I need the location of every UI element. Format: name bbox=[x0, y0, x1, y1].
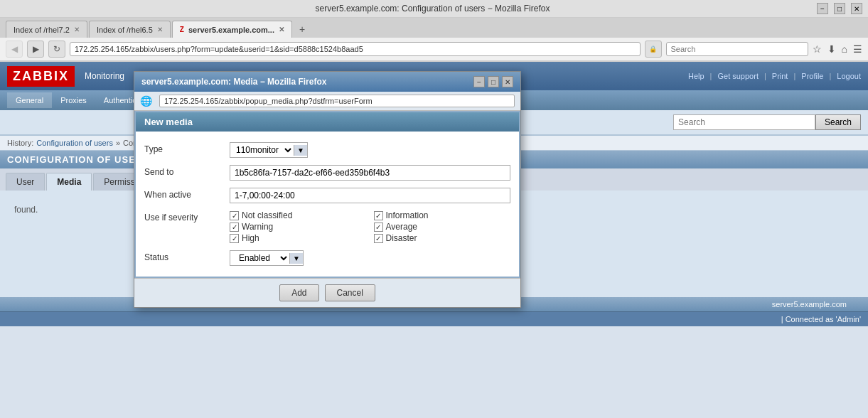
dropdown-arrow-icon[interactable]: ▼ bbox=[294, 145, 307, 156]
severity-average-label: Average bbox=[386, 222, 417, 232]
checkbox-disaster[interactable] bbox=[374, 234, 383, 243]
checkbox-average[interactable] bbox=[374, 223, 383, 232]
nav-icons: ☆ ⬇ ⌂ ☰ bbox=[813, 43, 862, 55]
no-data-found: found. bbox=[14, 205, 38, 215]
severity-warning-label: Warning bbox=[242, 222, 273, 232]
when-active-field bbox=[230, 188, 510, 203]
status-label: Status bbox=[144, 250, 230, 262]
refresh-button[interactable]: ↻ bbox=[48, 41, 65, 58]
server-name: server5.example.com bbox=[772, 300, 847, 309]
cancel-button[interactable]: Cancel bbox=[325, 284, 375, 301]
severity-disaster-label: Disaster bbox=[386, 233, 417, 243]
favicon: Z bbox=[180, 26, 184, 33]
browser-tabs: Index of /rhel7.2 ✕ Index of /rhel6.5 ✕ … bbox=[0, 18, 868, 38]
nav-bar: ◀ ▶ ↻ 🔒 ☆ ⬇ ⌂ ☰ bbox=[0, 38, 868, 61]
checkbox-information[interactable] bbox=[374, 211, 383, 220]
send-to-input[interactable] bbox=[230, 165, 510, 181]
form-row-type: Type 110monitor ▼ bbox=[136, 139, 519, 161]
form-row-when-active: When active bbox=[136, 184, 519, 207]
tab-close-icon[interactable]: ✕ bbox=[279, 26, 284, 33]
tab-label: Index of /rhel6.5 bbox=[97, 26, 153, 34]
connected-as-text: | Connected as 'Admin' bbox=[781, 315, 861, 323]
severity-information: Information bbox=[374, 210, 511, 220]
status-select-wrapper: Enabled Disabled ▼ bbox=[230, 250, 304, 266]
severity-not-classified-label: Not classified bbox=[242, 210, 292, 220]
breadcrumb-separator: » bbox=[116, 139, 120, 147]
back-button[interactable]: ◀ bbox=[6, 41, 23, 58]
modal-nav: 🌐 bbox=[134, 92, 520, 111]
type-select-wrapper: 110monitor ▼ bbox=[230, 142, 308, 158]
close-button[interactable]: ✕ bbox=[851, 3, 862, 14]
breadcrumb-history: History: bbox=[7, 139, 33, 147]
minimize-button[interactable]: − bbox=[817, 3, 828, 14]
when-active-input[interactable] bbox=[230, 188, 510, 203]
severity-information-label: Information bbox=[386, 210, 429, 220]
tab-user[interactable]: User bbox=[6, 173, 45, 191]
modal-maximize-button[interactable]: □ bbox=[488, 76, 499, 87]
modal-form: Type 110monitor ▼ Send to bbox=[136, 132, 519, 277]
forward-button[interactable]: ▶ bbox=[27, 41, 44, 58]
globe-icon: 🌐 bbox=[140, 95, 152, 107]
new-tab-button[interactable]: + bbox=[294, 21, 311, 38]
form-row-send-to: Send to bbox=[136, 161, 519, 184]
ssl-icon: 🔒 bbox=[645, 41, 662, 58]
form-row-severity: Use if severity Not classified Informati… bbox=[136, 207, 519, 247]
status-select[interactable]: Enabled Disabled bbox=[230, 251, 289, 265]
severity-not-classified: Not classified bbox=[230, 210, 367, 220]
modal-close-button[interactable]: ✕ bbox=[502, 76, 513, 87]
top-right-links: Help | Get support | Print | Profile | L… bbox=[688, 72, 861, 80]
modal-body: New media Type 110monitor ▼ bbox=[134, 111, 520, 278]
severity-field: Not classified Information Warning bbox=[230, 210, 510, 243]
type-label: Type bbox=[144, 142, 230, 154]
search-button[interactable]: Search bbox=[815, 114, 861, 130]
severity-high: High bbox=[230, 233, 367, 243]
modal-controls: − □ ✕ bbox=[473, 76, 513, 87]
breadcrumb-config-users[interactable]: Configuration of users bbox=[36, 139, 113, 147]
window-controls: − □ ✕ bbox=[817, 3, 862, 14]
add-button[interactable]: Add bbox=[279, 284, 318, 301]
status-dropdown-arrow-icon[interactable]: ▼ bbox=[289, 253, 303, 264]
status-field: Enabled Disabled ▼ bbox=[230, 250, 510, 266]
tab-server5[interactable]: Z server5.example.com... ✕ bbox=[172, 21, 292, 38]
nav-monitoring[interactable]: Monitoring bbox=[75, 64, 134, 88]
severity-grid: Not classified Information Warning bbox=[230, 210, 510, 243]
title-bar: server5.example.com: Configuration of us… bbox=[0, 0, 868, 18]
tab-media[interactable]: Media bbox=[46, 173, 92, 191]
modal-footer: Add Cancel bbox=[134, 278, 520, 307]
bookmark-icon[interactable]: ☆ bbox=[813, 43, 822, 55]
checkbox-not-classified[interactable] bbox=[230, 211, 239, 220]
severity-high-label: High bbox=[242, 233, 259, 243]
tab-rhel65[interactable]: Index of /rhel6.5 ✕ bbox=[89, 21, 171, 38]
submenu-general[interactable]: General bbox=[7, 92, 52, 108]
form-row-status: Status Enabled Disabled ▼ bbox=[136, 247, 519, 269]
home-icon[interactable]: ⌂ bbox=[842, 43, 847, 55]
when-active-label: When active bbox=[144, 188, 230, 200]
type-field: 110monitor ▼ bbox=[230, 142, 510, 158]
tab-close-icon[interactable]: ✕ bbox=[74, 26, 80, 33]
modal-minimize-button[interactable]: − bbox=[473, 76, 485, 87]
maximize-button[interactable]: □ bbox=[834, 3, 845, 14]
checkbox-warning[interactable] bbox=[230, 223, 239, 232]
severity-average: Average bbox=[374, 222, 511, 232]
menu-icon[interactable]: ☰ bbox=[853, 43, 862, 55]
modal-title: server5.example.com: Media − Mozilla Fir… bbox=[141, 77, 326, 87]
modal-window: server5.example.com: Media − Mozilla Fir… bbox=[134, 71, 521, 308]
window-title: server5.example.com: Configuration of us… bbox=[48, 4, 817, 14]
zabbix-search-input[interactable] bbox=[673, 114, 815, 130]
severity-label: Use if severity bbox=[144, 210, 230, 223]
address-bar[interactable] bbox=[70, 42, 641, 56]
connected-status: Connected as 'Admin' bbox=[786, 315, 861, 323]
submenu-proxies[interactable]: Proxies bbox=[52, 92, 95, 108]
download-icon[interactable]: ⬇ bbox=[827, 43, 836, 55]
send-to-field bbox=[230, 165, 510, 181]
checkbox-high[interactable] bbox=[230, 234, 239, 243]
zabbix-logo: ZABBIX bbox=[7, 66, 75, 87]
browser-search-input[interactable] bbox=[666, 42, 808, 56]
type-select[interactable]: 110monitor bbox=[230, 143, 294, 157]
modal-titlebar: server5.example.com: Media − Mozilla Fir… bbox=[134, 72, 520, 92]
tab-close-icon[interactable]: ✕ bbox=[157, 26, 163, 33]
tab-rhel72[interactable]: Index of /rhel7.2 ✕ bbox=[6, 21, 87, 38]
modal-section-header: New media bbox=[136, 112, 519, 132]
modal-address-bar[interactable] bbox=[159, 95, 515, 107]
send-to-label: Send to bbox=[144, 165, 230, 177]
